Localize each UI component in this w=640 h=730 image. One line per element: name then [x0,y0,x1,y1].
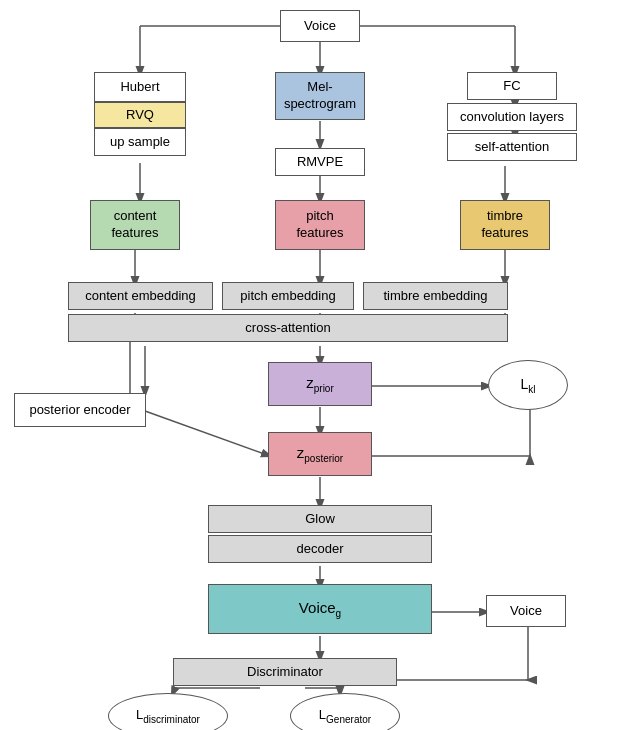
upsample-label: up sample [110,134,170,151]
timbre-feat-label: timbrefeatures [482,208,529,242]
upsample-box: up sample [94,128,186,156]
glow-label: Glow [305,511,335,528]
selfattn-box: self-attention [447,133,577,161]
cross-attn-box: cross-attention [68,314,508,342]
content-emb-label: content embedding [85,288,196,305]
rvq-box: RVQ [94,102,186,128]
content-feat-label: contentfeatures [112,208,159,242]
voice-target-label: Voice [510,603,542,620]
l-kl-ellipse: Lkl [488,360,568,410]
hubert-box: Hubert [94,72,186,102]
l-disc-ellipse: Ldiscriminator [108,693,228,730]
l-kl-label: Lkl [520,376,535,395]
rmvpe-box: RMVPE [275,148,365,176]
l-gen-ellipse: LGenerator [290,693,400,730]
discriminator-box: Discriminator [173,658,397,686]
timbre-feat-box: timbrefeatures [460,200,550,250]
voice-top-label: Voice [304,18,336,35]
pitch-feat-label: pitchfeatures [297,208,344,242]
decoder-box: decoder [208,535,432,563]
z-post-box: zposterior [268,432,372,476]
z-prior-box: zprior [268,362,372,406]
fc-box: FC [467,72,557,100]
selfattn-label: self-attention [475,139,549,156]
z-post-label: zposterior [297,443,343,465]
pitch-emb-label: pitch embedding [240,288,335,305]
l-disc-label: Ldiscriminator [136,707,200,725]
rvq-label: RVQ [126,107,154,124]
pitch-emb-box: pitch embedding [222,282,354,310]
voice-g-label: Voiceg [299,598,341,620]
svg-line-20 [145,411,270,456]
timbre-emb-label: timbre embedding [383,288,487,305]
glow-box: Glow [208,505,432,533]
pitch-feat-box: pitchfeatures [275,200,365,250]
decoder-label: decoder [297,541,344,558]
rmvpe-label: RMVPE [297,154,343,171]
z-prior-label: zprior [306,373,334,395]
content-emb-box: content embedding [68,282,213,310]
content-feat-box: contentfeatures [90,200,180,250]
diagram: Voice Hubert RVQ up sample Mel-spectrogr… [0,0,640,730]
cross-attn-label: cross-attention [245,320,330,337]
mel-box: Mel-spectrogram [275,72,365,120]
posterior-enc-label: posterior encoder [29,402,130,419]
discriminator-label: Discriminator [247,664,323,681]
timbre-emb-box: timbre embedding [363,282,508,310]
conv-box: convolution layers [447,103,577,131]
fc-label: FC [503,78,520,95]
voice-target-box: Voice [486,595,566,627]
mel-label: Mel-spectrogram [284,79,356,113]
conv-label: convolution layers [460,109,564,126]
l-gen-label: LGenerator [319,707,371,725]
voice-g-box: Voiceg [208,584,432,634]
hubert-label: Hubert [120,79,159,96]
posterior-enc-box: posterior encoder [14,393,146,427]
voice-top-box: Voice [280,10,360,42]
